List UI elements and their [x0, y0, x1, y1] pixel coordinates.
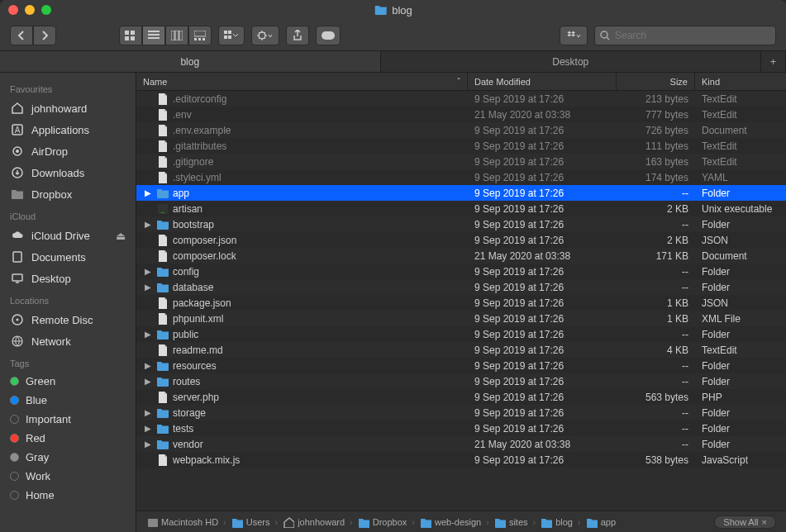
file-row[interactable]: ▶resources9 Sep 2019 at 17:26--Folder: [136, 358, 786, 373]
sidebar-item-applications[interactable]: Applications: [0, 119, 136, 140]
file-row[interactable]: .env.example9 Sep 2019 at 17:26726 bytes…: [136, 122, 786, 138]
path-segment[interactable]: Users: [231, 516, 270, 528]
sidebar-item-downloads[interactable]: Downloads: [0, 162, 136, 183]
sidebar-item-label: Dropbox: [31, 188, 72, 201]
file-row[interactable]: ▶app9 Sep 2019 at 17:26--Folder: [136, 185, 786, 201]
list-view-button[interactable]: [142, 26, 165, 45]
sidebar-item-green[interactable]: Green: [0, 372, 136, 391]
disclosure-triangle[interactable]: ▶: [143, 377, 153, 386]
share-button[interactable]: [286, 26, 309, 45]
dropbox-button[interactable]: [560, 26, 588, 45]
icon-view-button[interactable]: [119, 26, 142, 45]
tab-blog[interactable]: blog: [0, 51, 381, 72]
sidebar-item-label: Green: [26, 375, 55, 387]
path-segment[interactable]: app: [586, 516, 616, 528]
file-row[interactable]: .editorconfig9 Sep 2019 at 17:26213 byte…: [136, 91, 786, 107]
sidebar-item-work[interactable]: Work: [0, 467, 136, 486]
sidebar-item-network[interactable]: Network: [0, 330, 136, 352]
file-row[interactable]: ▶bootstrap9 Sep 2019 at 17:26--Folder: [136, 216, 786, 232]
file-row[interactable]: artisan9 Sep 2019 at 17:262 KBUnix execu…: [136, 201, 786, 216]
disclosure-triangle[interactable]: ▶: [143, 439, 153, 449]
sidebar-item-remote-disc[interactable]: Remote Disc: [0, 309, 136, 330]
column-kind[interactable]: Kind: [695, 73, 786, 90]
search-field[interactable]: [594, 26, 776, 45]
file-row[interactable]: phpunit.xml9 Sep 2019 at 17:261 KBXML Fi…: [136, 311, 786, 326]
sidebar-item-desktop[interactable]: Desktop: [0, 268, 136, 289]
svg-rect-26: [224, 36, 227, 39]
gallery-view-button[interactable]: [188, 26, 212, 45]
file-date: 9 Sep 2019 at 17:26: [468, 188, 617, 199]
eject-icon[interactable]: ⏏: [116, 230, 126, 242]
action-button[interactable]: [251, 26, 279, 45]
file-row[interactable]: readme.md9 Sep 2019 at 17:264 KBTextEdit: [136, 342, 786, 358]
file-name: bootstrap: [173, 219, 214, 230]
file-date: 9 Sep 2019 at 17:26: [468, 423, 617, 435]
file-row[interactable]: ▶tests9 Sep 2019 at 17:26--Folder: [136, 420, 786, 436]
sidebar-item-home[interactable]: Home: [0, 486, 136, 505]
arrange-button[interactable]: [218, 26, 245, 45]
path-segment[interactable]: johnhoward: [283, 516, 345, 528]
file-icon: [156, 297, 169, 310]
column-date[interactable]: Date Modified: [468, 73, 617, 90]
file-row[interactable]: ▶config9 Sep 2019 at 17:26--Folder: [136, 264, 786, 279]
file-row[interactable]: composer.json9 Sep 2019 at 17:262 KBJSON: [136, 232, 786, 248]
disclosure-triangle[interactable]: ▶: [143, 361, 153, 370]
sidebar-item-dropbox[interactable]: Dropbox: [0, 183, 136, 205]
path-segment[interactable]: web-design: [420, 516, 481, 528]
sidebar-item-gray[interactable]: Gray: [0, 448, 136, 467]
disclosure-triangle[interactable]: ▶: [143, 220, 153, 229]
file-row[interactable]: webpack.mix.js9 Sep 2019 at 17:26538 byt…: [136, 452, 786, 468]
path-segment[interactable]: sites: [494, 516, 528, 528]
file-row[interactable]: ▶database9 Sep 2019 at 17:26--Folder: [136, 279, 786, 295]
file-row[interactable]: ▶storage9 Sep 2019 at 17:26--Folder: [136, 405, 786, 420]
file-row[interactable]: .gitignore9 Sep 2019 at 17:26163 bytesTe…: [136, 154, 786, 169]
file-row[interactable]: ▶public9 Sep 2019 at 17:26--Folder: [136, 326, 786, 342]
file-row[interactable]: .styleci.yml9 Sep 2019 at 17:26174 bytes…: [136, 169, 786, 185]
disclosure-triangle[interactable]: ▶: [143, 408, 153, 417]
zoom-button[interactable]: [41, 5, 51, 15]
disclosure-triangle[interactable]: ▶: [143, 330, 153, 339]
path-segment[interactable]: blog: [541, 516, 573, 528]
path-separator: ›: [533, 517, 536, 527]
new-tab-button[interactable]: +: [761, 51, 786, 72]
column-view-button[interactable]: [165, 26, 188, 45]
column-name[interactable]: Nameˆ: [136, 73, 468, 90]
file-kind: XML File: [695, 313, 786, 325]
file-row[interactable]: .env21 May 2020 at 03:38777 bytesTextEdi…: [136, 107, 786, 122]
show-all-button[interactable]: Show All×: [714, 515, 776, 529]
file-row[interactable]: ▶routes9 Sep 2019 at 17:26--Folder: [136, 373, 786, 389]
sidebar-item-documents[interactable]: Documents: [0, 246, 136, 268]
path-segment[interactable]: Macintosh HD: [146, 516, 218, 528]
file-row[interactable]: server.php9 Sep 2019 at 17:26563 bytesPH…: [136, 389, 786, 405]
file-kind: TextEdit: [695, 109, 786, 121]
forward-button[interactable]: [33, 26, 56, 45]
minimize-button[interactable]: [25, 5, 35, 15]
file-size: --: [617, 282, 695, 293]
disclosure-triangle[interactable]: ▶: [143, 188, 153, 197]
file-row[interactable]: composer.lock21 May 2020 at 03:38171 KBD…: [136, 248, 786, 264]
sidebar-item-airdrop[interactable]: AirDrop: [0, 140, 136, 162]
file-row[interactable]: package.json9 Sep 2019 at 17:261 KBJSON: [136, 295, 786, 311]
file-size: --: [617, 360, 695, 372]
tags-button[interactable]: [316, 26, 341, 45]
file-icon: [156, 171, 169, 184]
column-size[interactable]: Size: [617, 73, 695, 90]
sidebar-item-red[interactable]: Red: [0, 429, 136, 448]
file-row[interactable]: .gitattributes9 Sep 2019 at 17:26111 byt…: [136, 138, 786, 154]
file-kind: TextEdit: [695, 344, 786, 356]
file-row[interactable]: ▶vendor21 May 2020 at 03:38--Folder: [136, 436, 786, 452]
sidebar-item-important[interactable]: Important: [0, 410, 136, 429]
tab-desktop[interactable]: Desktop: [381, 51, 762, 72]
svg-rect-21: [194, 38, 197, 40]
disclosure-triangle[interactable]: ▶: [143, 283, 153, 292]
back-button[interactable]: [10, 26, 33, 45]
disclosure-triangle[interactable]: ▶: [143, 267, 153, 276]
exec-icon: [156, 202, 169, 216]
disclosure-triangle[interactable]: ▶: [143, 424, 153, 433]
sidebar-item-blue[interactable]: Blue: [0, 391, 136, 410]
sidebar-item-johnhoward[interactable]: johnhoward: [0, 97, 136, 119]
close-button[interactable]: [8, 5, 18, 15]
sidebar-item-icloud-drive[interactable]: iCloud Drive⏏: [0, 225, 136, 246]
path-segment[interactable]: Dropbox: [358, 516, 407, 528]
search-input[interactable]: [615, 30, 770, 41]
